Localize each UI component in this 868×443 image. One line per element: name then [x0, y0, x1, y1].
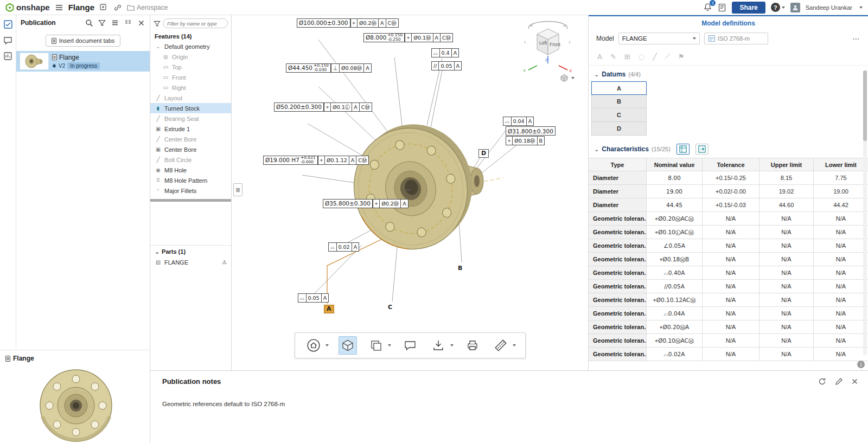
feature-item-layout[interactable]: ╱Layout: [150, 93, 231, 103]
sheets-chevron-icon[interactable]: [388, 344, 391, 346]
feature-item-top[interactable]: ▭Top: [150, 62, 231, 72]
model-select[interactable]: FLANGE: [618, 33, 700, 44]
drawing-sheets-button[interactable]: [367, 336, 385, 355]
standard-field[interactable]: [704, 33, 768, 44]
characteristic-row[interactable]: Geometric toleran...⌖Ø0.20ⓂACⓂN/AN/AN/A: [589, 212, 868, 226]
feature-item-m8-hole-pattern[interactable]: ⠿M8 Hole Pattern: [150, 175, 231, 185]
characteristic-row[interactable]: Diameter19.00+0.02/-0.0019.0219.00: [589, 185, 868, 198]
characteristic-row[interactable]: Geometric toleran...⌓0.02AN/AN/AN/A: [589, 348, 868, 361]
learning-center-icon[interactable]: [718, 3, 726, 12]
feature-item-default-geometry[interactable]: ⌄Default geometry: [150, 41, 231, 52]
manage-versions-icon[interactable]: [99, 3, 108, 12]
overflow-menu-icon[interactable]: ⋯: [852, 34, 860, 43]
search-icon[interactable]: [85, 18, 93, 27]
edit-notes-icon[interactable]: [835, 378, 843, 386]
home-view-button[interactable]: [304, 336, 323, 355]
copy-link-icon[interactable]: [113, 3, 123, 12]
filter-icon[interactable]: [154, 20, 161, 27]
add-definition-tool-icon[interactable]: ⊞: [624, 53, 630, 61]
parts-header[interactable]: ⌄ Parts (1): [150, 246, 231, 257]
publication-item-flange[interactable]: Flange V2 In progress: [16, 51, 150, 72]
notifications-bell-icon[interactable]: 1: [703, 3, 712, 12]
info-icon[interactable]: i: [857, 361, 865, 368]
feature-item-m8-hole[interactable]: ◉M8 Hole: [150, 165, 231, 175]
gdt-annotation[interactable]: //0.05A: [431, 61, 462, 70]
datum-label-d[interactable]: D: [478, 149, 489, 158]
breadcrumb[interactable]: Aerospace: [127, 4, 168, 11]
datum-row-c[interactable]: C: [591, 108, 647, 122]
gdt-annotation[interactable]: Ø100.000±0.300⌖Ø0.2ⓂACⓂ: [297, 18, 399, 28]
viewport-side-toggle[interactable]: ≣: [233, 183, 242, 196]
gdt-annotation[interactable]: Ø44.450+0.150-0.030⊥Ø0.08ⓂA: [286, 63, 372, 73]
standard-input[interactable]: [718, 35, 761, 42]
gdt-annotation[interactable]: Ø50.200±0.300⌖Ø0.1ⓁACⓂ: [274, 102, 372, 112]
gdt-annotation[interactable]: Ø19.000 H7+0.021-0.000⌖Ø0.1.12ACⓂ: [263, 155, 369, 165]
datum-row-d[interactable]: D: [591, 122, 647, 136]
gdt-annotation[interactable]: Ø8.000+0.150-0.250⌖Ø0.1ⓂACⓂ: [363, 33, 453, 42]
label-tool-icon[interactable]: A: [597, 53, 602, 61]
feature-item-right[interactable]: ▭Right: [150, 82, 231, 93]
datum-label-b[interactable]: B: [458, 265, 462, 272]
insert-document-tabs-button[interactable]: Insert document tabs: [46, 35, 121, 47]
table-export-button[interactable]: [695, 144, 709, 155]
hamburger-menu-icon[interactable]: [54, 3, 64, 12]
publication-panel-icon[interactable]: [3, 20, 13, 29]
datums-section-header[interactable]: ⌄ Datums (4/4): [589, 66, 868, 81]
onshape-logo[interactable]: onshape: [5, 3, 50, 12]
characteristic-row[interactable]: Geometric toleran...⌖Ø0.10ⓁACⓂN/AN/AN/A: [589, 226, 868, 239]
user-menu-chevron-icon[interactable]: [859, 7, 863, 9]
datum-row-a[interactable]: A: [591, 81, 647, 95]
ruler-tool-icon[interactable]: ⟋: [665, 52, 670, 61]
view-cube[interactable]: Left Front ‹ › Y X Z: [518, 18, 578, 76]
comments-panel-icon[interactable]: [3, 36, 12, 45]
measure-button[interactable]: [492, 336, 510, 355]
gdt-annotation[interactable]: Ø35.800±0.300⌖Ø0.2ⓂA: [323, 198, 409, 208]
edit-tool-icon[interactable]: ✎: [610, 53, 616, 61]
scrollbar[interactable]: [863, 70, 867, 355]
feature-filter-input[interactable]: [163, 18, 228, 28]
feature-item-major-fillets[interactable]: ◜Major Fillets: [150, 185, 231, 196]
close-panel-icon[interactable]: [137, 18, 145, 27]
characteristic-row[interactable]: Geometric toleran...⌖Ø0.10ⓂACⓂN/AN/AN/A: [589, 334, 868, 348]
characteristic-row[interactable]: Diameter44.45+0.15/-0.0344.6044.42: [589, 198, 868, 212]
gdt-annotation[interactable]: Ø31.800±0.300⌖Ø0.18ⓂB: [506, 126, 589, 145]
feature-item-turned-stock[interactable]: ◖Turned Stock: [150, 103, 231, 113]
scrollbar-thumb[interactable]: [863, 70, 867, 141]
characteristic-row[interactable]: Geometric toleran...⌓0.40AN/AN/AN/A: [589, 266, 868, 280]
home-view-chevron-icon[interactable]: [326, 344, 329, 346]
line-tool-icon[interactable]: ╱: [653, 53, 657, 61]
characteristic-row[interactable]: Geometric toleran...⌖Ø0.20ⓂAN/AN/AN/A: [589, 320, 868, 334]
report-panel-icon[interactable]: [3, 52, 12, 61]
feature-item-bolt-circle[interactable]: ╱Bolt Circle: [150, 155, 231, 165]
datum-row-b[interactable]: B: [591, 95, 647, 108]
gdt-annotation[interactable]: ⌓0.04A: [503, 116, 534, 126]
print-button[interactable]: [463, 336, 482, 355]
gdt-annotation[interactable]: ⌓0.4A: [431, 48, 459, 57]
comment-button[interactable]: [401, 336, 419, 355]
graphics-viewport[interactable]: Ø100.000±0.300⌖Ø0.2ⓂACⓂØ8.000+0.150-0.25…: [232, 15, 589, 370]
filter-icon[interactable]: [98, 18, 106, 27]
download-button[interactable]: [429, 336, 448, 355]
leader-tool-icon[interactable]: ⚑: [678, 53, 685, 61]
feature-item-origin[interactable]: ◎Origin: [150, 52, 231, 62]
help-menu[interactable]: ?: [771, 3, 785, 12]
measure-chevron-icon[interactable]: [513, 344, 516, 346]
characteristics-section-header[interactable]: ⌄ Characteristics (15/25): [589, 139, 868, 158]
rollback-bar[interactable]: [150, 199, 231, 202]
gdt-annotation[interactable]: ⌓0.02A: [328, 242, 359, 252]
lasso-tool-icon[interactable]: ◌: [639, 53, 644, 61]
feature-item-center-bore[interactable]: ╱Center Bore: [150, 134, 231, 144]
characteristic-row[interactable]: Diameter8.00+0.15/-0.258.157.75: [589, 171, 868, 185]
feature-item-center-bore[interactable]: ▣Center Bore: [150, 144, 231, 155]
datum-label-a[interactable]: A: [324, 305, 334, 313]
view-settings-button[interactable]: [560, 74, 575, 82]
characteristic-row[interactable]: Geometric toleran...∠0.05AN/AN/AN/A: [589, 239, 868, 253]
feature-item-bearing-seat[interactable]: ╱Bearing Seat: [150, 113, 231, 124]
feature-item-front[interactable]: ▭Front: [150, 72, 231, 82]
refresh-icon[interactable]: [818, 377, 826, 386]
download-chevron-icon[interactable]: [450, 344, 454, 346]
characteristic-row[interactable]: Geometric toleran...//0.05AN/AN/AN/A: [589, 280, 868, 293]
shaded-view-button[interactable]: [339, 336, 357, 355]
characteristic-row[interactable]: Geometric toleran...⌓0.04AN/AN/AN/A: [589, 307, 868, 320]
list-view-icon[interactable]: [111, 18, 119, 27]
